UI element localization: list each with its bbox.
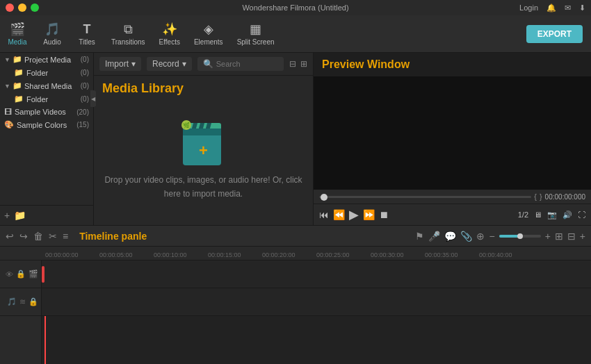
- filter-icon[interactable]: ⊟: [289, 59, 296, 69]
- ruler-mark-0: 00:00:00:00: [45, 251, 99, 258]
- main-toolbar: 🎬 Media 🎵 Audio T Titles ⧉ Transitions ✨…: [0, 15, 591, 53]
- project-media-count: (0): [81, 56, 89, 63]
- volume-icon[interactable]: 🔊: [562, 210, 572, 220]
- skip-back-icon[interactable]: ⏮: [319, 209, 329, 220]
- split-screen-icon: ▦: [250, 22, 261, 37]
- toolbar-effects[interactable]: ✨ Effects: [152, 19, 187, 49]
- quality-label[interactable]: 1/2: [518, 210, 528, 219]
- undo-button[interactable]: ↩: [6, 231, 14, 242]
- prev-frame-icon[interactable]: ⏪: [333, 209, 345, 220]
- preview-button-bar: ⏮ ⏪ ▶ ⏩ ⏹ 1/2 🖥 📷 🔊 ⛶: [314, 204, 591, 225]
- fullscreen-icon[interactable]: ⛶: [578, 210, 585, 219]
- add-media-timeline[interactable]: +: [580, 231, 585, 242]
- toolbar-audio[interactable]: 🎵 Audio: [35, 19, 70, 49]
- close-button[interactable]: [6, 3, 14, 12]
- lock-icon[interactable]: 🔒: [16, 270, 26, 279]
- zoom-slider[interactable]: [499, 235, 541, 238]
- stop-button[interactable]: ⏹: [379, 209, 389, 220]
- shared-media-folder-count: (0): [81, 95, 89, 103]
- folder-icon-3: 📁: [14, 94, 24, 104]
- sample-colors-count: (15): [76, 121, 89, 129]
- grid-settings-icon[interactable]: ⊟: [567, 231, 576, 242]
- audio-lock-icon[interactable]: 🔒: [29, 297, 38, 306]
- media-drop-area[interactable]: + 🌿 Drop your video clips, images, or au…: [102, 101, 305, 220]
- media-actions: ⊟ ⊞: [289, 59, 307, 69]
- search-input[interactable]: [216, 60, 278, 68]
- menu-button[interactable]: ≡: [63, 231, 68, 242]
- clip-icon[interactable]: 📎: [460, 231, 472, 242]
- sample-videos-item[interactable]: 🎞 Sample Videos (20): [0, 106, 93, 118]
- minimize-button[interactable]: [18, 3, 26, 12]
- zoom-out-icon[interactable]: −: [489, 231, 494, 242]
- toolbar-media[interactable]: 🎬 Media: [0, 19, 35, 49]
- time-display: 00:00:00:000: [545, 193, 585, 201]
- chevron-left-icon: ◀: [91, 96, 95, 102]
- toolbar-media-label: Media: [8, 38, 26, 46]
- media-content: Media Library + 🌿 D: [94, 76, 313, 225]
- preview-seekbar[interactable]: [319, 196, 531, 198]
- seek-thumb[interactable]: [321, 194, 327, 201]
- download-icon[interactable]: ⬇: [579, 3, 585, 13]
- search-icon: 🔍: [203, 59, 213, 69]
- shared-media-folder-label: Folder: [26, 95, 48, 104]
- delete-button[interactable]: 🗑: [33, 231, 43, 242]
- content-area: ▼ 📁 Project Media (0) 📁 Folder (0) ▼ 📁: [0, 53, 591, 225]
- notification-icon[interactable]: 🔔: [547, 3, 556, 13]
- fit-icon[interactable]: ⊞: [555, 231, 563, 242]
- chevron-down-icon-2: ▼: [4, 83, 10, 90]
- toolbar-elements[interactable]: ◈ Elements: [187, 19, 230, 49]
- title-bar: Wondershare Filmora (Untitled) Login 🔔 ✉…: [0, 0, 591, 15]
- maximize-button[interactable]: [31, 3, 39, 12]
- panel-collapse-button[interactable]: ◀: [90, 90, 96, 107]
- marker-button[interactable]: ⚑: [415, 231, 424, 242]
- in-point-icon[interactable]: {: [534, 192, 537, 201]
- toolbar-split-screen-label: Split Screen: [237, 38, 275, 46]
- audio-icon[interactable]: 🎤: [428, 231, 440, 242]
- sample-colors-item[interactable]: 🎨 Sample Colors (15): [0, 118, 93, 131]
- add-media-button[interactable]: +: [4, 210, 10, 221]
- shared-media-item[interactable]: ▼ 📁 Shared Media (0): [0, 79, 93, 92]
- zoom-in-icon[interactable]: +: [545, 231, 551, 242]
- monitor-icon[interactable]: 🖥: [534, 210, 542, 219]
- project-media-folder[interactable]: 📁 Folder (0): [0, 66, 93, 79]
- cut-button[interactable]: ✂: [49, 231, 57, 242]
- ruler-mark-1: 00:00:05:00: [99, 251, 154, 258]
- ruler-mark-6: 00:00:30:00: [371, 251, 425, 258]
- eye-icon[interactable]: 👁: [6, 270, 13, 279]
- toolbar-split-screen[interactable]: ▦ Split Screen: [230, 19, 282, 49]
- project-media-item[interactable]: ▼ 📁 Project Media (0): [0, 53, 93, 66]
- grid-icon[interactable]: ⊞: [300, 59, 307, 69]
- record-button[interactable]: Record ▾: [147, 57, 192, 71]
- timeline-panel: ↩ ↪ 🗑 ✂ ≡ Timeline panle ⚑ 🎤 💬 📎 ⊕ − + ⊞…: [0, 225, 591, 364]
- color-wheel-icon[interactable]: ⊕: [476, 231, 485, 242]
- video-track-icon: 🎬: [29, 270, 38, 279]
- import-chevron-icon: ▾: [131, 59, 136, 69]
- camera-icon[interactable]: 📷: [547, 210, 557, 220]
- toolbar-transitions[interactable]: ⧉ Transitions: [104, 19, 152, 49]
- toolbar-audio-label: Audio: [43, 38, 61, 46]
- redo-button[interactable]: ↪: [19, 231, 28, 242]
- audio-track-control: 🎵 ≋ 🔒: [0, 288, 41, 316]
- subtitle-icon[interactable]: 💬: [444, 231, 456, 242]
- import-button[interactable]: Import ▾: [99, 57, 141, 71]
- project-media-label: Project Media: [24, 56, 71, 64]
- message-icon[interactable]: ✉: [565, 3, 571, 13]
- chevron-down-icon: ▼: [4, 56, 10, 63]
- media-library: Import ▾ Record ▾ 🔍 ⊟ ⊞ Media Library: [94, 53, 313, 225]
- next-frame-icon[interactable]: ⏩: [363, 209, 375, 220]
- toolbar-titles[interactable]: T Titles: [70, 19, 104, 49]
- shared-media-folder[interactable]: 📁 Folder (0): [0, 92, 93, 106]
- video-track-row[interactable]: [42, 260, 591, 288]
- toolbar-titles-label: Titles: [79, 38, 95, 46]
- zoom-thumb[interactable]: [517, 233, 523, 239]
- audio-track-row[interactable]: [42, 288, 591, 316]
- add-folder-button[interactable]: 📁: [14, 210, 26, 221]
- play-button[interactable]: ▶: [349, 207, 359, 222]
- export-button[interactable]: EXPORT: [526, 25, 583, 43]
- sample-videos-count: (20): [76, 108, 89, 116]
- ruler-marks: 00:00:00:00 00:00:05:00 00:00:10:00 00:0…: [45, 247, 533, 260]
- login-button[interactable]: Login: [519, 3, 538, 12]
- timeline-right-tools: ⚑ 🎤 💬 📎 ⊕ − + ⊞ ⊟ +: [415, 231, 585, 242]
- out-point-icon[interactable]: }: [540, 192, 542, 201]
- import-label: Import: [105, 59, 129, 69]
